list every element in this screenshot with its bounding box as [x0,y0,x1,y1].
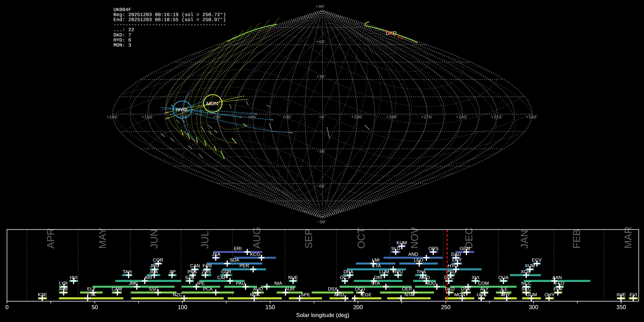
svg-text:AND: AND [408,252,418,257]
svg-text:CAN: CAN [190,263,200,268]
svg-text:XUM: XUM [525,263,535,268]
svg-text:NTA: NTA [404,292,413,297]
svg-text:HYD: 6: HYD: 6 [113,38,131,43]
svg-text:End: 20251203 06:18:55 (sol =: End: 20251203 06:18:55 (sol = 250.97°) [113,18,226,23]
svg-text:SDA: SDA [230,257,239,263]
svg-text:AUD: AUD [253,286,263,292]
svg-text:NDA: NDA [250,292,260,297]
svg-text:XVI: XVI [472,275,479,280]
svg-text:MON: 3: MON: 3 [113,43,131,48]
svg-text:LEO: LEO [414,257,423,263]
svg-text:QUA: QUA [498,275,509,280]
svg-text:ARD: ARD [334,292,344,297]
svg-text:EGE: EGE [362,292,372,297]
svg-text:MON: MON [206,101,218,106]
svg-text:JRC: JRC [150,263,159,268]
svg-text:−90˚: −90˚ [317,220,327,225]
svg-text:KUM: KUM [396,240,407,245]
svg-text:APR: APR [45,228,56,249]
svg-text:50: 50 [92,304,98,311]
svg-text:CTA: CTA [372,263,381,268]
svg-text:+30˚: +30˚ [316,74,326,79]
svg-text:GUM: GUM [526,292,537,297]
svg-text:KSE: KSE [38,292,47,297]
svg-text:NCC: NCC [521,280,531,286]
svg-text:PCA: PCA [203,286,213,292]
svg-text:PER: PER [239,263,249,268]
svg-text:JIP: JIP [169,269,176,274]
svg-text:OHY: OHY [545,292,555,297]
svg-text:JMC: JMC [129,280,138,286]
svg-text:GEM: GEM [460,246,470,251]
svg-text:SLD: SLD [391,246,400,251]
svg-text:+0˚: +0˚ [319,115,326,120]
svg-text:------------------------------: -------------------------------------- [113,23,226,28]
svg-text:GDR: GDR [221,269,231,274]
svg-text:ZCS: ZCS [202,269,211,274]
svg-text:JEA: JEA [149,269,158,274]
svg-text:HYD: HYD [448,263,458,268]
svg-text:AMO: AMO [419,275,430,280]
svg-text:DKD: 7: DKD: 7 [113,33,131,38]
svg-text:AVB: AVB [59,286,68,292]
svg-text:+180˚: +180˚ [107,115,119,120]
svg-text:HVI: HVI [70,275,78,280]
svg-text:DPC: DPC [444,275,454,280]
svg-text:EHY: EHY [452,257,462,263]
svg-text:+180˚: +180˚ [526,115,538,120]
svg-text:ORI: ORI [374,275,382,280]
svg-text:PAU: PAU [236,280,245,286]
svg-text:MON: MON [454,292,465,297]
svg-text:350: 350 [616,304,626,311]
svg-text:FED: FED [555,280,564,286]
svg-text:ALY: ALY [480,286,489,292]
svg-text:PPS: PPS [187,269,197,274]
svg-text:+30˚: +30˚ [283,115,292,120]
svg-text:Solar longitude (deg): Solar longitude (deg) [296,312,350,318]
svg-text:THA: THA [416,269,426,274]
svg-text:PSU: PSU [446,269,456,274]
svg-text:XCB: XCB [521,269,530,274]
svg-text:Beg: 20251203 00:16:19 (sol =: Beg: 20251203 00:16:19 (sol = 250.72°) [113,13,226,18]
svg-text:OER: OER [402,286,412,292]
svg-text:+330˚: +330˚ [351,115,364,120]
svg-text:+240˚: +240˚ [456,115,468,120]
svg-text:COR: COR [153,257,163,263]
svg-text:NIA: NIA [274,280,282,286]
svg-text:+90˚: +90˚ [316,4,325,9]
svg-text:+270˚: +270˚ [421,115,434,120]
svg-text:JLE: JLE [500,286,508,292]
svg-text:ELY: ELY [87,286,96,292]
svg-text:+60˚: +60˚ [316,40,326,45]
svg-text:NOV: NOV [409,227,420,249]
svg-text:JUN: JUN [148,229,160,249]
svg-text:FTA: FTA [87,292,96,297]
svg-text:CAM: CAM [112,286,122,292]
svg-text:AUR: AUR [285,286,294,292]
svg-text:NOO: NOO [425,280,436,286]
svg-text:HYD: HYD [176,107,187,112]
svg-text:ARI: ARI [145,275,152,280]
svg-text:DKD: DKD [445,286,454,292]
svg-text:FEV: FEV [553,286,563,292]
svg-text:COM: COM [478,280,489,286]
svg-text:OCT: OCT [356,228,367,249]
svg-text:+210˚: +210˚ [491,115,503,120]
svg-text:OCU: OCU [355,286,365,292]
svg-text:SEP: SEP [303,229,314,249]
svg-text:TAH: TAH [123,269,132,274]
svg-text:MAY: MAY [97,228,108,249]
svg-text:AHY: AHY [501,292,510,297]
svg-text:-30˚: -30˚ [316,149,326,154]
svg-text:SZC: SZC [185,275,194,280]
svg-text:ECV: ECV [532,257,542,263]
svg-text:LUM: LUM [379,269,389,274]
svg-text:IPE: IPE [197,280,205,286]
svg-text:SCC: SCC [521,286,531,292]
svg-text:DAD: DAD [451,252,461,257]
svg-text:250: 250 [441,304,450,311]
svg-text:JXA: JXA [212,252,220,257]
svg-text:LYR: LYR [59,280,68,286]
svg-text:AAN: AAN [552,275,562,280]
svg-text:XHE: XHE [616,292,626,297]
